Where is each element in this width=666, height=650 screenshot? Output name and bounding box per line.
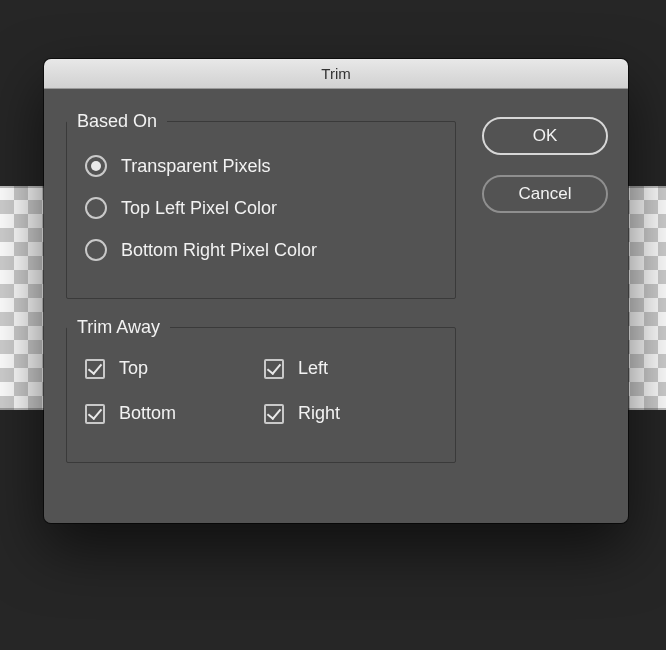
check-label: Bottom bbox=[119, 403, 176, 424]
check-label: Left bbox=[298, 358, 328, 379]
radio-label: Top Left Pixel Color bbox=[121, 198, 277, 219]
checkbox-top[interactable]: Top bbox=[85, 358, 258, 379]
ok-button[interactable]: OK bbox=[482, 117, 608, 155]
check-label: Right bbox=[298, 403, 340, 424]
trim-away-legend: Trim Away bbox=[67, 317, 170, 338]
check-icon bbox=[264, 359, 284, 379]
checkbox-bottom[interactable]: Bottom bbox=[85, 403, 258, 424]
cancel-button[interactable]: Cancel bbox=[482, 175, 608, 213]
dialog-title: Trim bbox=[44, 59, 628, 89]
radio-icon bbox=[85, 197, 107, 219]
checkbox-right[interactable]: Right bbox=[264, 403, 437, 424]
radio-icon bbox=[85, 155, 107, 177]
radio-icon bbox=[85, 239, 107, 261]
dialog-buttons: OK Cancel bbox=[482, 117, 608, 233]
trim-dialog: Trim Based On Transparent Pixels Top Lef… bbox=[44, 59, 628, 523]
check-label: Top bbox=[119, 358, 148, 379]
radio-top-left-pixel-color[interactable]: Top Left Pixel Color bbox=[85, 192, 455, 224]
based-on-group: Based On Transparent Pixels Top Left Pix… bbox=[66, 111, 456, 299]
checkbox-left[interactable]: Left bbox=[264, 358, 437, 379]
check-icon bbox=[85, 404, 105, 424]
dialog-body: Based On Transparent Pixels Top Left Pix… bbox=[44, 89, 628, 523]
radio-transparent-pixels[interactable]: Transparent Pixels bbox=[85, 150, 455, 182]
check-icon bbox=[264, 404, 284, 424]
based-on-legend: Based On bbox=[67, 111, 167, 132]
check-icon bbox=[85, 359, 105, 379]
radio-label: Bottom Right Pixel Color bbox=[121, 240, 317, 261]
trim-away-group: Trim Away Top Left Bottom Right bbox=[66, 317, 456, 463]
radio-bottom-right-pixel-color[interactable]: Bottom Right Pixel Color bbox=[85, 234, 455, 266]
radio-label: Transparent Pixels bbox=[121, 156, 270, 177]
